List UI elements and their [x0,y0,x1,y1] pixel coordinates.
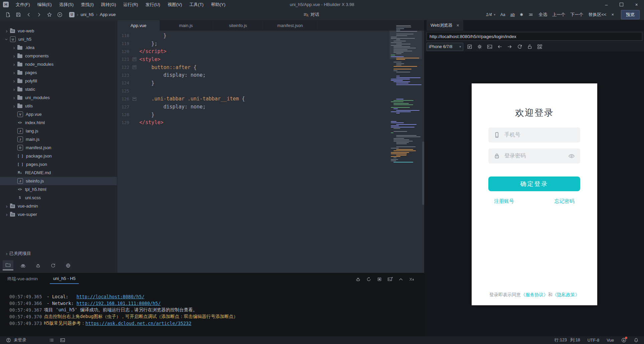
tree-item-vue-admin[interactable]: ›vue-admin [0,202,117,210]
line-number[interactable]: 123 [117,73,129,78]
service-agreement-link[interactable]: 《服务协议》 [521,292,548,297]
tree-item-vue-web[interactable]: ›vue-web [0,27,117,35]
whole-word-icon[interactable]: ab [510,12,515,17]
tree-item-.idea[interactable]: ›.idea [0,43,117,52]
menu-item-8[interactable]: 工具(T) [186,0,207,9]
breadcrumb-project[interactable]: uni_h5 [80,12,94,17]
line-number[interactable]: 120 [117,49,129,54]
regex-icon[interactable]: ✱ [520,12,523,17]
tree-item-manifest.json[interactable]: ⚙manifest.json [0,143,117,152]
close-find-icon[interactable]: × [611,12,614,17]
editor-tab-App.vue[interactable]: App.vue [117,20,160,31]
menu-item-3[interactable]: 查找(I) [77,0,97,9]
language-mode-label[interactable]: Vue [607,338,614,343]
code-editor[interactable]: 118 }119 };120</script>121<style>122 but… [117,31,425,126]
tab-remote[interactable] [63,261,73,270]
editor-tab-siteinfo.js[interactable]: siteinfo.js [212,20,264,31]
menu-item-0[interactable]: 文件(F) [12,0,34,9]
popout-icon[interactable] [466,43,473,50]
line-number[interactable]: 121 [117,57,129,62]
phone-input[interactable]: 手机号 [488,127,580,142]
line-number[interactable]: 122 [117,65,129,70]
cursor-col-label[interactable]: 列:18 [570,337,580,343]
tree-item-node_modules[interactable]: ›node_modules [0,60,117,68]
tree-item-utils[interactable]: ›utils [0,102,117,110]
tree-item-main.js[interactable]: Jmain.js [0,135,117,143]
breadcrumb-file[interactable]: App.vue [100,12,116,17]
user-account-icon[interactable] [6,338,11,343]
forgot-password-link[interactable]: 忘记密码 [554,198,575,205]
new-terminal-icon[interactable] [387,277,393,282]
terminal-icon[interactable] [60,338,65,343]
fold-icon[interactable] [133,97,136,101]
line-number[interactable]: 125 [117,88,129,93]
restart-icon[interactable] [366,277,371,282]
tree-item-pages[interactable]: ›pages [0,68,117,77]
tab-search[interactable] [18,261,28,270]
line-number[interactable]: 118 [117,33,129,38]
new-file-icon[interactable] [5,12,11,17]
tree-item-static[interactable]: ›static [0,85,117,93]
tree-item-tpl_h5.html[interactable]: <>tpl_h5.html [0,185,117,194]
filter-lines-icon[interactable] [528,12,533,17]
menu-item-2[interactable]: 选择(S) [55,0,77,9]
tree-item-README.md[interactable]: M↓README.md [0,168,117,177]
line-number[interactable]: 128 [117,112,129,117]
console-tab-终端-vue-admin[interactable]: 终端-vue-admin [7,276,38,284]
log-link[interactable]: http://localhost:8080/h5/ [76,294,144,299]
find-prev-button[interactable]: 上一个 [552,12,565,18]
cursor-line-label[interactable]: 行:123 [554,337,567,343]
fold-gutter[interactable] [129,65,139,69]
menu-item-9[interactable]: 帮助(Y) [207,0,229,9]
tree-item-App.vue[interactable]: VApp.vue [0,110,117,118]
match-case-icon[interactable]: Aa [500,12,505,17]
stop-icon[interactable] [377,277,382,282]
log-link[interactable]: http://192.168.101.111:8080/h5/ [76,301,161,306]
update-icon[interactable] [621,338,626,343]
refresh-icon[interactable] [516,43,523,50]
select-all-button[interactable]: 全选 [538,12,547,18]
editor-tab-main.js[interactable]: main.js [160,20,212,31]
tab-debug[interactable] [33,261,43,270]
devtools-icon[interactable] [486,43,493,50]
replace-area-button[interactable]: 替换区<< [588,12,606,18]
privacy-policy-link[interactable]: 《隐私政策》 [552,292,580,297]
register-link[interactable]: 注册账号 [494,198,514,205]
tree-item-polyfill[interactable]: ›polyfill [0,77,117,85]
password-input[interactable]: 登录密码 [488,148,580,163]
chat-button[interactable]: 对话 [303,12,319,18]
tree-item-vue-super[interactable]: ›vue-super [0,210,117,219]
close-button[interactable]: × [629,0,644,9]
qr-code-icon[interactable] [536,43,543,50]
tree-item-components[interactable]: ›components [0,52,117,60]
menu-item-1[interactable]: 编辑(E) [34,0,55,9]
line-number[interactable]: 129 [117,120,129,125]
browser-back-icon[interactable] [496,43,503,50]
fold-gutter[interactable] [129,57,139,61]
debug-bug-icon[interactable] [355,277,361,282]
find-next-button[interactable]: 下一个 [570,12,583,18]
tree-item-package.json[interactable]: [ ]package.json [0,152,117,160]
closed-projects-row[interactable]: › 已关闭项目 [0,250,117,258]
line-number[interactable]: 119 [117,41,129,46]
chevron-down-icon[interactable]: ▾ [494,13,496,16]
fold-icon[interactable] [133,57,136,61]
login-submit-button[interactable]: 确定登录 [488,177,580,191]
minimize-button[interactable]: – [599,0,614,9]
settings-gear-icon[interactable] [476,43,483,50]
tree-item-lang.js[interactable]: Jlang.js [0,127,117,135]
menu-item-5[interactable]: 运行(R) [120,0,142,9]
tab-sync[interactable] [48,261,58,270]
minimap[interactable] [389,21,422,168]
menu-item-6[interactable]: 发行(U) [142,0,164,9]
line-number[interactable]: 127 [117,104,129,109]
bookmark-star-icon[interactable] [47,12,52,17]
tree-item-pages.json[interactable]: [ ]pages.json [0,160,117,168]
console-tab-uni_h5 - H5[interactable]: uni_h5 - H5 [50,276,79,284]
tree-item-uni_h5[interactable]: ›Uuni_h5 [0,35,117,43]
menu-item-4[interactable]: 跳转(G) [98,0,120,9]
browser-forward-icon[interactable] [506,43,513,50]
tree-item-uni.scss[interactable]: Suni.scss [0,194,117,202]
url-input[interactable] [427,32,642,41]
log-link[interactable]: https://ask.dcloud.net.cn/article/35232 [86,321,191,326]
